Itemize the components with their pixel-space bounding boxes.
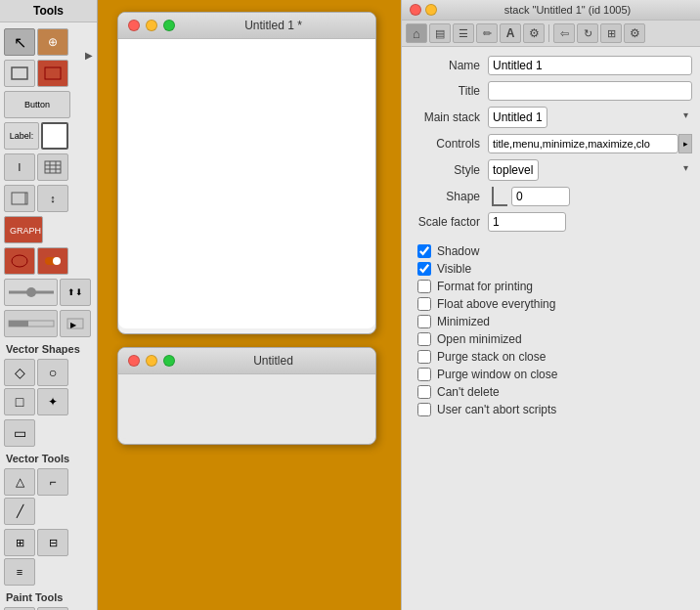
name-input[interactable] xyxy=(488,56,692,75)
text-tool-btn[interactable]: I xyxy=(4,153,35,181)
canvas-window-1: Untitled 1 * xyxy=(117,12,376,334)
tb-rotate-btn[interactable]: ↻ xyxy=(577,23,598,43)
format-printing-label: Format for printing xyxy=(437,280,533,293)
style-select[interactable]: toplevel palette modal sheet drawer xyxy=(488,159,539,181)
main-stack-row: Main stack Untitled 1 ▾ xyxy=(402,104,700,131)
user-abort-checkbox[interactable] xyxy=(417,403,431,416)
star-btn[interactable]: ✦ xyxy=(37,388,68,415)
vector-tools-label: Vector Tools xyxy=(0,449,97,466)
user-abort-row: User can't abort scripts xyxy=(410,401,692,418)
up-tool-btn[interactable]: ↕ xyxy=(37,185,68,212)
svg-text:GRAPHIC: GRAPHIC xyxy=(10,226,41,236)
props-close-btn[interactable] xyxy=(410,4,421,16)
controls-scroll-btn[interactable]: ▸ xyxy=(678,134,692,153)
button-tool-btn[interactable]: Button xyxy=(4,91,70,118)
canvas-window-2: Untitled xyxy=(117,347,376,445)
purge-window-checkbox[interactable] xyxy=(417,368,431,381)
minimized-label: Minimized xyxy=(437,315,490,328)
maximize-btn-1[interactable] xyxy=(163,20,175,31)
props-minimize-btn[interactable] xyxy=(425,4,437,16)
style-row: Style toplevel palette modal sheet drawe… xyxy=(402,156,700,184)
tb-home-btn[interactable]: ⌂ xyxy=(406,23,427,43)
open-minimized-checkbox[interactable] xyxy=(417,332,431,346)
canvas-window-1-title: Untitled 1 * xyxy=(181,19,366,32)
name-row: Name xyxy=(402,53,700,78)
format-printing-checkbox[interactable] xyxy=(417,280,431,293)
canvas-window-2-body[interactable] xyxy=(118,374,375,439)
tools-title: Tools xyxy=(0,0,97,22)
vect3-btn[interactable]: ╱ xyxy=(4,498,35,525)
visible-row: Visible xyxy=(410,260,692,278)
close-btn-1[interactable] xyxy=(128,20,140,31)
tools-expand-arrow[interactable]: ▶ xyxy=(85,50,93,61)
progress-btn[interactable] xyxy=(4,310,58,337)
controls-input[interactable] xyxy=(488,134,678,153)
tb-settings-btn[interactable]: ⚙ xyxy=(624,23,645,43)
minimize-btn-1[interactable] xyxy=(146,20,157,31)
purge-window-row: Purge window on close xyxy=(410,366,692,383)
circle-btn[interactable]: ○ xyxy=(37,359,68,386)
rect-btn[interactable] xyxy=(4,60,35,87)
stepper-btn[interactable]: ⬆⬇ xyxy=(60,279,91,306)
close-btn-2[interactable] xyxy=(128,355,140,367)
rect2-btn[interactable]: ▭ xyxy=(4,419,35,447)
tb-card-btn[interactable]: ▤ xyxy=(429,23,451,43)
props-titlebar: stack "Untitled 1" (id 1005) xyxy=(402,0,700,21)
style-label: Style xyxy=(410,163,488,177)
paint-tools-label: Paint Tools xyxy=(0,588,97,605)
tb-list-btn[interactable]: ☰ xyxy=(453,23,474,43)
minimized-checkbox[interactable] xyxy=(417,315,431,328)
red-oval-btn[interactable] xyxy=(4,247,35,275)
svg-point-13 xyxy=(53,257,61,265)
svg-text:▶: ▶ xyxy=(70,321,77,329)
float-above-checkbox[interactable] xyxy=(417,297,431,311)
label-tool-btn[interactable]: Label: xyxy=(4,122,39,150)
field-tool-btn[interactable] xyxy=(41,122,68,150)
main-stack-select[interactable]: Untitled 1 xyxy=(488,107,547,128)
grid-tool-btn[interactable] xyxy=(37,153,68,181)
vect2-btn[interactable]: ⌐ xyxy=(37,468,68,496)
vect4-btn[interactable]: ⊞ xyxy=(4,529,35,556)
tb-back-btn[interactable]: ⇦ xyxy=(553,23,575,43)
player-btn[interactable]: ▶ xyxy=(60,310,91,337)
shape-label: Shape xyxy=(410,190,488,203)
vect5-btn[interactable]: ⊟ xyxy=(37,529,68,556)
tb-layers-btn[interactable]: ⊞ xyxy=(600,23,622,43)
cant-delete-checkbox[interactable] xyxy=(417,385,431,399)
vector-shapes-label: Vector Shapes xyxy=(0,339,97,357)
title-label: Title xyxy=(410,84,488,98)
style-select-wrapper: toplevel palette modal sheet drawer ▾ xyxy=(488,159,692,181)
title-input[interactable] xyxy=(488,81,692,101)
vect6-btn[interactable]: ≡ xyxy=(4,558,35,586)
move-tool-btn[interactable]: ⊕ xyxy=(37,28,68,56)
canvas-window-1-body[interactable] xyxy=(118,39,375,328)
scale-factor-input[interactable] xyxy=(488,212,566,232)
name-label: Name xyxy=(410,59,488,72)
props-traffic-lights xyxy=(410,4,437,16)
vect1-btn[interactable]: △ xyxy=(4,468,35,496)
svg-rect-6 xyxy=(45,161,61,173)
user-abort-label: User can't abort scripts xyxy=(437,403,556,416)
tb-gear-btn[interactable]: ⚙ xyxy=(523,23,545,43)
tb-pen-btn[interactable]: ✏ xyxy=(476,23,498,43)
shape-input[interactable] xyxy=(511,187,570,206)
scroll-tool-btn[interactable] xyxy=(4,185,35,212)
oval-btn[interactable] xyxy=(37,60,68,87)
visible-checkbox[interactable] xyxy=(417,262,431,276)
slider-btn[interactable] xyxy=(4,279,58,306)
graphic-tool-btn[interactable]: GRAPHIC xyxy=(4,216,43,243)
shadow-checkbox[interactable] xyxy=(417,244,431,258)
shadow-row: Shadow xyxy=(410,242,692,260)
checkbox-section: Shadow Visible Format for printing Float… xyxy=(402,240,700,420)
rect-outline-btn[interactable]: □ xyxy=(4,388,35,415)
purge-stack-checkbox[interactable] xyxy=(417,350,431,364)
arrow-tool-btn[interactable]: ↖ xyxy=(4,28,35,56)
props-form: Name Title Main stack Untitled 1 ▾ Contr… xyxy=(402,47,700,240)
tb-text-btn[interactable]: A xyxy=(500,23,521,43)
controls-row: Controls ▸ xyxy=(402,131,700,156)
maximize-btn-2[interactable] xyxy=(163,355,175,367)
toggle-btn[interactable] xyxy=(37,247,68,275)
minimized-row: Minimized xyxy=(410,313,692,330)
minimize-btn-2[interactable] xyxy=(146,355,157,367)
diamond-btn[interactable]: ◇ xyxy=(4,359,35,386)
